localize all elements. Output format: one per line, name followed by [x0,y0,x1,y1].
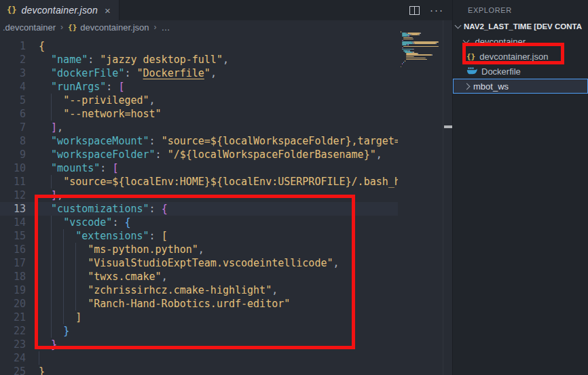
code-line-2[interactable]: 2 "name": "jazzy desktop-full", [0,53,398,66]
indent-guide [39,351,39,365]
code-line-6[interactable]: 6 "--network=host" [0,107,398,121]
minimap-line [402,44,407,45]
code-line-21[interactable]: 21 ] [0,311,398,324]
split-editor-icon[interactable] [409,6,420,15]
tab-bar: {} devcontainer.json × ··· [0,0,452,20]
tree-item-mbot-ws[interactable]: mbot_ws [453,79,588,94]
line-number: 21 [0,311,26,324]
code-line-15[interactable]: 15 "extensions": [ [0,229,398,243]
code-line-19[interactable]: 19 "zchrissirhcz.cmake-highlight", [0,283,398,297]
minimap-line [402,35,408,37]
line-number: 22 [0,324,26,338]
tree-item-devcontainer-json[interactable]: {} devcontainer.json [453,49,588,64]
code-line-16[interactable]: 16 "ms-python.python", [0,243,398,256]
indent-guide [51,216,52,338]
explorer-section-header[interactable]: NAV2_LAST_TIME [DEV CONTA [453,19,588,34]
code-line-17[interactable]: 17 "VisualStudioExptTeam.vscodeintellico… [0,256,398,270]
code-line-20[interactable]: 20 "Ranch-Hand-Robotics.urdf-editor" [0,297,398,311]
line-number: 19 [0,283,26,297]
line-number: 8 [0,134,26,148]
indent-guide [75,243,76,311]
breadcrumb-folder[interactable]: .devcontainer [3,22,56,33]
code-lines: 1{2 "name": "jazzy desktop-full",3 "dock… [0,34,398,375]
line-number: 5 [0,94,26,107]
json-braces-icon: {} [466,52,475,61]
close-icon[interactable]: × [105,5,111,16]
code-line-24[interactable]: 24 [0,351,398,365]
line-number: 17 [0,256,26,270]
minimap-line [414,43,436,44]
json-braces-icon: {} [7,5,16,15]
line-number: 6 [0,107,26,121]
line-number: 7 [0,121,26,134]
minimap-line [414,49,414,50]
code-line-7[interactable]: 7 ], [0,121,398,134]
minimap-line [408,44,409,45]
line-number: 24 [0,351,26,365]
line-number: 1 [0,39,26,53]
line-number: 18 [0,270,26,283]
minimap-line [432,54,433,56]
minimap-line [409,35,409,37]
tree-item-devcontainer-folder[interactable]: .devcontainer [453,34,588,49]
code-line-4[interactable]: 4 "runArgs": [ [0,80,398,94]
tab-label: devcontainer.json [21,5,98,16]
code-line-3[interactable]: 3 "dockerFile": "Dockerfile", [0,66,398,80]
minimap-line [420,33,421,34]
breadcrumb-symbol-ellipsis[interactable]: … [162,22,170,33]
editor-actions: ··· [409,0,444,20]
docker-whale-icon [466,67,477,75]
code-line-13[interactable]: 13 "customizations": { [0,202,398,216]
code-line-22[interactable]: 22 } [0,324,398,338]
overview-ruler[interactable] [443,20,453,375]
tree-item-dockerfile[interactable]: Dockerfile [453,64,588,79]
minimap-line [403,37,412,39]
breadcrumb-file[interactable]: {} devcontainer.json [68,22,149,33]
line-number: 11 [0,175,26,189]
chevron-right-icon: › [154,22,157,32]
code-line-10[interactable]: 10 "mounts": [ [0,161,398,175]
minimap-line [406,54,432,56]
minimap-line [403,46,439,47]
code-line-25[interactable]: 25} [0,365,398,375]
minimap[interactable] [401,27,443,366]
line-number: 15 [0,229,26,243]
explorer-title: EXPLORER [453,0,588,14]
more-actions-icon[interactable]: ··· [430,7,444,14]
line-number: 4 [0,80,26,94]
line-number: 9 [0,148,26,161]
code-line-11[interactable]: 11 "source=${localEnv:HOME}${localEnv:US… [0,175,398,189]
minimap-line [419,34,420,35]
chevron-right-icon: › [60,22,63,32]
code-line-1[interactable]: 1{ [0,39,398,53]
tab-devcontainer-json[interactable]: {} devcontainer.json × [0,0,120,20]
minimap-line [401,66,401,68]
minimap-line [412,37,413,39]
line-number: 25 [0,365,26,375]
code-line-18[interactable]: 18 "twxs.cmake", [0,270,398,283]
code-line-5[interactable]: 5 "--privileged", [0,94,398,107]
code-line-12[interactable]: 12 ], [0,189,398,202]
explorer-sidebar: EXPLORER NAV2_LAST_TIME [DEV CONTA .devc… [452,0,588,375]
code-line-14[interactable]: 14 "vscode": { [0,216,398,229]
line-number: 3 [0,66,26,80]
code-editor[interactable]: 1{2 "name": "jazzy desktop-full",3 "dock… [0,34,398,375]
code-line-23[interactable]: 23 } [0,338,398,351]
minimap-line [402,63,403,64]
breadcrumb: .devcontainer › {} devcontainer.json › … [0,20,455,34]
minimap-line [406,59,427,60]
json-braces-icon: {} [68,23,77,32]
line-number: 13 [0,202,26,216]
minimap-line [405,60,405,62]
code-line-9[interactable]: 9 "workspaceFolder": "/${localWorkspaceF… [0,148,398,161]
code-line-8[interactable]: 8 "workspaceMount": "source=${localWorks… [0,134,398,148]
minimap-line [403,39,414,40]
minimap-line [411,34,418,35]
line-number: 12 [0,189,26,202]
chevron-right-icon [464,83,471,90]
vscode-window: {} devcontainer.json × ··· .devcontainer… [0,0,588,375]
minimap-line [403,47,403,49]
chevron-down-icon [463,37,470,43]
chevron-down-icon [455,22,462,28]
minimap-line [406,56,414,58]
